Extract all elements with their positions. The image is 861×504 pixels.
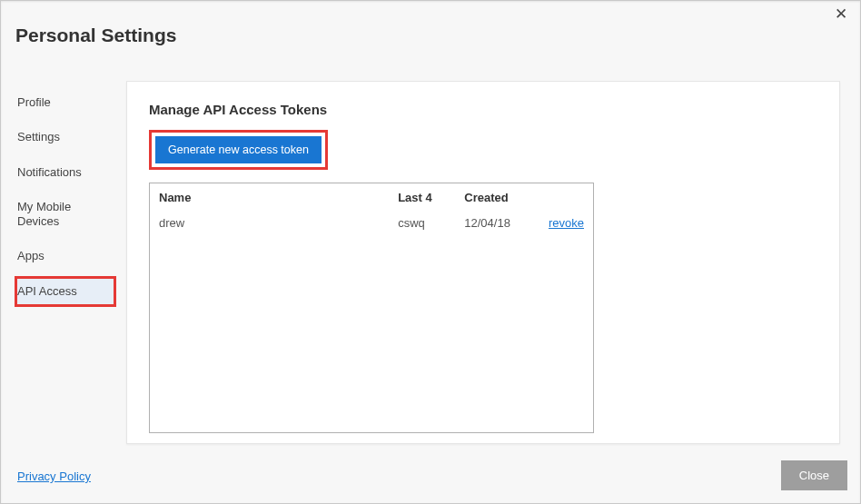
col-last4: Last 4 [389, 183, 455, 212]
col-created: Created [455, 183, 539, 212]
token-table-container: Name Last 4 Created drew cswq 12/04/18 r… [149, 183, 594, 433]
sidebar-item-notifications[interactable]: Notifications [15, 158, 115, 187]
privacy-policy-link[interactable]: Privacy Policy [17, 469, 91, 483]
sidebar-item-api-access[interactable]: API Access [15, 277, 115, 306]
col-name: Name [150, 183, 389, 212]
token-table: Name Last 4 Created drew cswq 12/04/18 r… [150, 183, 593, 234]
table-row: drew cswq 12/04/18 revoke [150, 212, 593, 234]
page-title: Personal Settings [15, 25, 176, 46]
token-table-header-row: Name Last 4 Created [150, 183, 593, 212]
cell-created: 12/04/18 [455, 212, 539, 234]
sidebar-item-my-mobile-devices[interactable]: My Mobile Devices [15, 193, 115, 237]
revoke-link[interactable]: revoke [549, 216, 584, 230]
panel-heading: Manage API Access Tokens [149, 102, 817, 117]
personal-settings-modal: ✕ Personal Settings Profile Settings Not… [0, 0, 861, 504]
sidebar-item-profile[interactable]: Profile [15, 88, 115, 117]
cell-last4: cswq [389, 212, 455, 234]
close-icon[interactable]: ✕ [835, 6, 847, 22]
col-action [539, 183, 593, 212]
close-button[interactable]: Close [781, 460, 847, 490]
cell-name: drew [150, 212, 389, 234]
api-access-panel: Manage API Access Tokens Generate new ac… [126, 81, 840, 444]
generate-access-token-button[interactable]: Generate new access token [155, 136, 322, 163]
sidebar-nav: Profile Settings Notifications My Mobile… [15, 88, 115, 311]
sidebar-item-apps[interactable]: Apps [15, 242, 115, 271]
sidebar-item-settings[interactable]: Settings [15, 123, 115, 152]
generate-button-highlight: Generate new access token [149, 130, 328, 170]
